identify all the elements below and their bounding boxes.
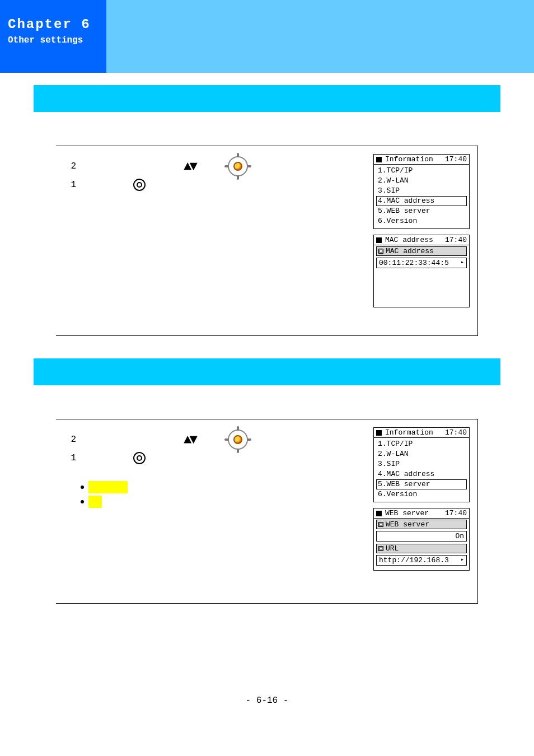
page-header: Chapter 6 Other settings bbox=[0, 0, 534, 73]
lcd-value-macaddress: 00:11:22:33:44:5 ▸ bbox=[376, 258, 467, 268]
square-icon bbox=[376, 511, 382, 516]
subhead-label: URL bbox=[386, 544, 399, 553]
step-number: 1 bbox=[64, 180, 76, 190]
lcd-time: 17:40 bbox=[445, 428, 467, 437]
menu-item-version[interactable]: 6.Version bbox=[376, 216, 467, 226]
menu-item-tcpip[interactable]: 1.TCP/IP bbox=[376, 439, 467, 449]
lcd-time: 17:40 bbox=[445, 509, 467, 517]
bullet-dot-icon bbox=[81, 500, 84, 503]
box-icon bbox=[378, 249, 383, 254]
square-icon bbox=[376, 157, 382, 162]
lcd-value-webserver-state: On bbox=[376, 531, 467, 542]
square-icon bbox=[376, 430, 382, 436]
value-text: On bbox=[455, 532, 464, 540]
menu-item-macaddress[interactable]: 4.MAC address bbox=[376, 196, 467, 206]
lcd-title: MAC address bbox=[385, 236, 442, 244]
menu-item-webserver[interactable]: 5.WEB server bbox=[376, 206, 467, 216]
bullseye-icon bbox=[133, 179, 146, 191]
lcd-webserver-screen: WEB server 17:40 WEB server On URL http:… bbox=[373, 508, 470, 571]
menu-item-tcpip[interactable]: 1.TCP/IP bbox=[376, 166, 467, 176]
bullet-dot-icon bbox=[81, 486, 84, 489]
chapter-block: Chapter 6 Other settings bbox=[0, 0, 106, 73]
chapter-title: Chapter 6 bbox=[8, 17, 99, 32]
box-icon bbox=[378, 522, 383, 527]
lcd-time: 17:40 bbox=[445, 155, 467, 164]
square-icon bbox=[376, 237, 382, 243]
up-down-icon: ▲▼ bbox=[184, 159, 195, 174]
menu-item-wlan[interactable]: 2.W-LAN bbox=[376, 176, 467, 186]
lcd-subhead-webserver: WEB server bbox=[376, 520, 467, 529]
lcd-title: Information bbox=[385, 428, 442, 437]
menu-item-wlan[interactable]: 2.W-LAN bbox=[376, 449, 467, 459]
highlight-swatch bbox=[88, 481, 128, 493]
lcd-title: WEB server bbox=[385, 509, 442, 517]
section-heading-1 bbox=[34, 85, 500, 112]
bullseye-icon bbox=[133, 452, 146, 464]
lcd-value-url: http://192.168.3 ▸ bbox=[376, 555, 467, 566]
menu-item-webserver[interactable]: 5.WEB server bbox=[376, 479, 467, 489]
more-right-icon: ▸ bbox=[461, 259, 464, 267]
highlight-swatch bbox=[88, 496, 102, 508]
more-right-icon: ▸ bbox=[461, 556, 464, 564]
menu-item-sip[interactable]: 3.SIP bbox=[376, 459, 467, 469]
subhead-label: WEB server bbox=[386, 520, 429, 529]
step-number: 1 bbox=[64, 453, 76, 463]
chapter-subtitle: Other settings bbox=[8, 35, 99, 45]
section-heading-2 bbox=[34, 358, 500, 385]
value-text: 00:11:22:33:44:5 bbox=[379, 259, 449, 267]
lcd-time: 17:40 bbox=[445, 236, 467, 244]
lcd-mac-screen: MAC address 17:40 MAC address 00:11:22:3… bbox=[373, 235, 470, 307]
menu-item-macaddress[interactable]: 4.MAC address bbox=[376, 469, 467, 479]
menu-item-version[interactable]: 6.Version bbox=[376, 489, 467, 500]
instruction-frame-1: 1 2 ▲▼ Information 17:40 bbox=[56, 146, 478, 336]
lcd-title: Information bbox=[385, 155, 442, 164]
step-number: 2 bbox=[64, 161, 76, 171]
subhead-label: MAC address bbox=[386, 247, 434, 255]
instruction-frame-2: 1 2 ▲▼ bbox=[56, 419, 478, 604]
page-number: - 6-16 - bbox=[0, 696, 534, 706]
lcd-subhead-macaddress: MAC address bbox=[376, 246, 467, 256]
step-number: 2 bbox=[64, 435, 76, 445]
up-down-icon: ▲▼ bbox=[184, 432, 195, 447]
value-text: http://192.168.3 bbox=[379, 556, 449, 564]
joystick-icon bbox=[224, 426, 251, 453]
menu-item-sip[interactable]: 3.SIP bbox=[376, 186, 467, 196]
lcd-info-menu: Information 17:40 1.TCP/IP 2.W-LAN 3.SIP… bbox=[373, 427, 470, 502]
lcd-subhead-url: URL bbox=[376, 544, 467, 553]
box-icon bbox=[378, 546, 383, 551]
lcd-info-menu: Information 17:40 1.TCP/IP 2.W-LAN 3.SIP… bbox=[373, 154, 470, 229]
joystick-icon bbox=[224, 153, 251, 180]
